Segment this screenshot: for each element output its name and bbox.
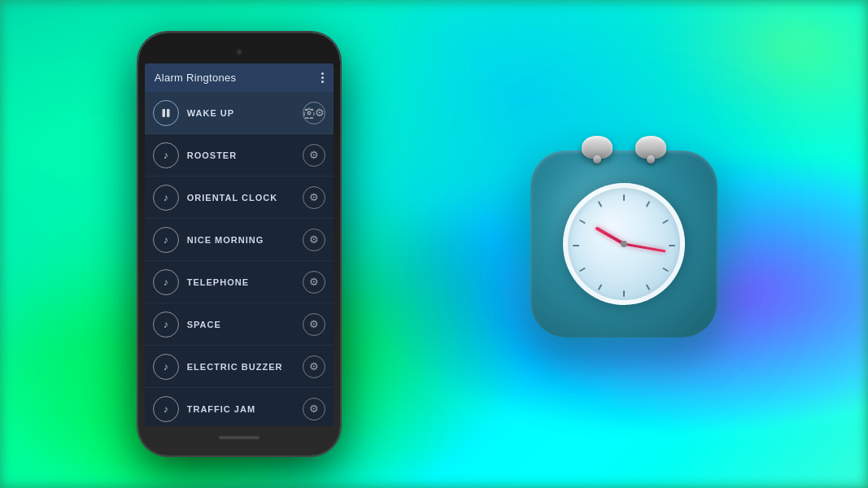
music-icon: ♪	[153, 227, 179, 253]
menu-button[interactable]	[321, 72, 324, 83]
list-item[interactable]: ♪ ELECTRIC BUZZER ⚙	[145, 346, 334, 388]
settings-button[interactable]: ⚙	[303, 186, 325, 209]
music-icon: ♪	[153, 185, 179, 211]
ringtone-list: WAKE UP ⚙ ♪ ROOSTER ⚙ ♪	[145, 92, 334, 426]
clock-minute-hand	[624, 243, 666, 253]
ringtone-name: ELECTRIC BUZZER	[187, 362, 303, 372]
tick-mark	[669, 245, 675, 246]
home-bar	[219, 436, 260, 439]
svg-rect-1	[167, 109, 170, 117]
list-item[interactable]: ♪ ORIENTAL CLOCK ⚙	[145, 176, 334, 219]
clock-app-icon	[530, 150, 718, 338]
tick-mark	[573, 245, 579, 246]
music-icon: ♪	[153, 142, 179, 168]
settings-button[interactable]: ⚙	[303, 271, 325, 294]
tick-mark	[579, 220, 586, 224]
ringtone-name: ROOSTER	[187, 150, 303, 160]
ringtone-name: WAKE UP	[187, 108, 303, 118]
menu-dot	[321, 72, 324, 75]
clock-face	[563, 183, 685, 305]
phone-device: Alarm Ringtones WAKE	[138, 33, 340, 455]
music-icon: ♪	[153, 269, 179, 295]
settings-button[interactable]: ⚙	[303, 355, 325, 378]
music-icon: ♪	[153, 312, 179, 338]
list-item[interactable]: ♪ TRAFFIC JAM ⚙	[145, 388, 334, 426]
music-icon: ♪	[153, 396, 179, 422]
tick-mark	[623, 290, 625, 297]
app-title: Alarm Ringtones	[155, 72, 237, 84]
tick-mark	[646, 201, 651, 207]
tick-mark	[662, 268, 669, 272]
ringtone-name: TRAFFIC JAM	[187, 404, 303, 414]
phone-home-bar	[145, 431, 334, 444]
settings-button[interactable]: ⚙	[303, 398, 325, 420]
list-item[interactable]: ♪ SPACE ⚙	[145, 303, 334, 346]
menu-dot	[321, 81, 324, 83]
clock-center-dot	[621, 241, 627, 247]
bell-right	[635, 136, 666, 159]
ringtone-name: NICE MORNING	[187, 235, 303, 245]
settings-button[interactable]: ⚙	[303, 229, 325, 251]
list-item[interactable]: ♪ NICE MORNING ⚙	[145, 219, 334, 261]
app-header: Alarm Ringtones	[145, 63, 334, 92]
menu-dot	[321, 76, 324, 79]
ringtone-name: TELEPHONE	[187, 277, 303, 287]
list-item[interactable]: WAKE UP ⚙	[145, 92, 334, 134]
clock-icon-container	[518, 138, 730, 350]
ringtone-name: ORIENTAL CLOCK	[187, 193, 303, 203]
bell-left	[582, 136, 613, 159]
phone-notch	[145, 44, 334, 60]
pause-icon	[153, 100, 179, 126]
music-icon: ♪	[153, 354, 179, 380]
settings-button[interactable]: ⚙	[303, 313, 325, 336]
tick-mark	[598, 284, 603, 290]
tick-mark	[662, 220, 669, 224]
settings-button[interactable]: ⚙	[303, 144, 325, 167]
clock-bells	[582, 136, 666, 159]
svg-rect-0	[162, 109, 165, 117]
ringtone-name: SPACE	[187, 320, 303, 329]
list-item[interactable]: ♪ ROOSTER ⚙	[145, 134, 334, 176]
main-content: Alarm Ringtones WAKE	[0, 0, 868, 488]
tick-mark	[646, 284, 651, 290]
phone-screen: Alarm Ringtones WAKE	[145, 63, 334, 426]
tick-mark	[623, 194, 625, 201]
list-item[interactable]: ♪ TELEPHONE ⚙	[145, 261, 334, 303]
tick-mark	[579, 268, 586, 272]
tick-mark	[598, 201, 603, 207]
phone-camera	[236, 49, 242, 55]
settings-button[interactable]: ⚙	[303, 102, 325, 124]
